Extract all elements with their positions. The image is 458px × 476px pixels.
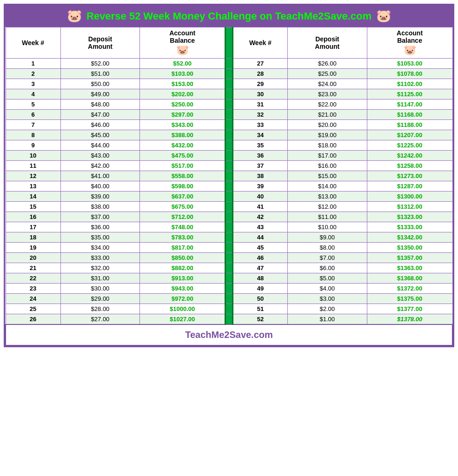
deposit-left: $52.00 [60, 59, 140, 69]
table-row: 6$47.00$297.0032$21.00$1168.00 [6, 110, 452, 120]
divider-cell [226, 79, 233, 89]
header-balance-left: AccountBalance🐷 [140, 27, 226, 59]
balance-right: $1312.00 [367, 202, 452, 212]
week-num-right: 41 [232, 202, 287, 212]
week-num-left: 14 [6, 192, 60, 202]
deposit-right: $13.00 [287, 192, 367, 202]
divider-cell [226, 130, 233, 140]
header-week-right: Week # [232, 27, 287, 59]
header-deposit-right: DepositAmount [287, 27, 367, 59]
balance-right: $1350.00 [367, 243, 452, 253]
deposit-right: $11.00 [287, 212, 367, 222]
deposit-left: $44.00 [60, 140, 140, 151]
deposit-right: $14.00 [287, 181, 367, 192]
deposit-left: $45.00 [60, 130, 140, 140]
table-body: 1$52.00$52.0027$26.00$1053.002$51.00$103… [6, 59, 452, 325]
balance-right: $1363.00 [367, 263, 452, 273]
balance-left: $202.00 [140, 89, 226, 99]
balance-right: $1333.00 [367, 222, 452, 232]
pig-icon-left: 🐷 [67, 9, 82, 23]
week-num-left: 1 [6, 59, 60, 69]
table-wrapper: Week # DepositAmount AccountBalance🐷 Wee… [5, 27, 453, 346]
divider-cell [226, 120, 233, 130]
divider-cell [226, 161, 233, 171]
pig-icon-right: 🐷 [376, 9, 391, 23]
divider-cell [226, 69, 233, 79]
divider-cell [226, 192, 233, 202]
balance-left: $1027.00 [140, 314, 226, 325]
week-num-left: 11 [6, 161, 60, 171]
balance-right: $1273.00 [367, 171, 452, 181]
deposit-right: $3.00 [287, 294, 367, 304]
deposit-left: $51.00 [60, 69, 140, 79]
week-num-right: 33 [232, 120, 287, 130]
balance-right: $1378.00 [367, 314, 452, 325]
balance-right: $1300.00 [367, 192, 452, 202]
balance-right: $1102.00 [367, 79, 452, 89]
balance-left: $882.00 [140, 263, 226, 273]
deposit-right: $20.00 [287, 120, 367, 130]
week-num-right: 43 [232, 222, 287, 232]
week-num-right: 45 [232, 243, 287, 253]
footer-text: TeachMe2Save.com [6, 324, 452, 345]
week-num-left: 18 [6, 232, 60, 243]
week-num-right: 31 [232, 99, 287, 110]
table-row: 8$45.00$388.0034$19.00$1207.00 [6, 130, 452, 140]
title-bar: 🐷 Reverse 52 Week Money Challenge on Tea… [5, 5, 453, 27]
table-row: 3$50.00$153.0029$24.00$1102.00 [6, 79, 452, 89]
week-num-left: 10 [6, 151, 60, 161]
balance-left: $153.00 [140, 79, 226, 89]
balance-right: $1287.00 [367, 181, 452, 192]
week-num-left: 15 [6, 202, 60, 212]
balance-left: $748.00 [140, 222, 226, 232]
table-row: 18$35.00$783.0044$9.00$1342.00 [6, 232, 452, 243]
deposit-right: $25.00 [287, 69, 367, 79]
week-num-left: 21 [6, 263, 60, 273]
balance-left: $783.00 [140, 232, 226, 243]
table-row: 26$27.00$1027.0052$1.00$1378.00 [6, 314, 452, 325]
divider-cell [226, 140, 233, 151]
week-num-right: 40 [232, 192, 287, 202]
table-row: 4$49.00$202.0030$23.00$1125.00 [6, 89, 452, 99]
table-row: 23$30.00$943.0049$4.00$1372.00 [6, 284, 452, 294]
week-num-left: 13 [6, 181, 60, 192]
week-num-left: 25 [6, 304, 60, 314]
balance-right: $1323.00 [367, 212, 452, 222]
week-num-right: 37 [232, 161, 287, 171]
balance-left: $558.00 [140, 171, 226, 181]
balance-right: $1242.00 [367, 151, 452, 161]
balance-right: $1357.00 [367, 253, 452, 263]
week-num-right: 30 [232, 89, 287, 99]
deposit-left: $32.00 [60, 263, 140, 273]
divider-cell [226, 110, 233, 120]
deposit-left: $50.00 [60, 79, 140, 89]
header-week-left: Week # [6, 27, 60, 59]
header-balance-right: AccountBalance🐷 [367, 27, 452, 59]
week-num-left: 12 [6, 171, 60, 181]
outer-container: 🐷 Reverse 52 Week Money Challenge on Tea… [4, 4, 454, 347]
divider-cell [226, 273, 233, 284]
week-num-left: 22 [6, 273, 60, 284]
balance-right: $1207.00 [367, 130, 452, 140]
deposit-left: $41.00 [60, 171, 140, 181]
divider-cell [226, 314, 233, 325]
week-num-right: 32 [232, 110, 287, 120]
divider-cell [226, 304, 233, 314]
deposit-right: $23.00 [287, 89, 367, 99]
deposit-right: $21.00 [287, 110, 367, 120]
divider-cell [226, 99, 233, 110]
week-num-right: 28 [232, 69, 287, 79]
balance-right: $1377.00 [367, 304, 452, 314]
divider-cell [226, 181, 233, 192]
divider-cell [226, 212, 233, 222]
balance-right: $1372.00 [367, 284, 452, 294]
deposit-left: $34.00 [60, 243, 140, 253]
week-num-left: 4 [6, 89, 60, 99]
deposit-right: $8.00 [287, 243, 367, 253]
deposit-left: $28.00 [60, 304, 140, 314]
balance-left: $343.00 [140, 120, 226, 130]
table-row: 15$38.00$675.0041$12.00$1312.00 [6, 202, 452, 212]
balance-left: $712.00 [140, 212, 226, 222]
divider-cell [226, 243, 233, 253]
table-row: 12$41.00$558.0038$15.00$1273.00 [6, 171, 452, 181]
